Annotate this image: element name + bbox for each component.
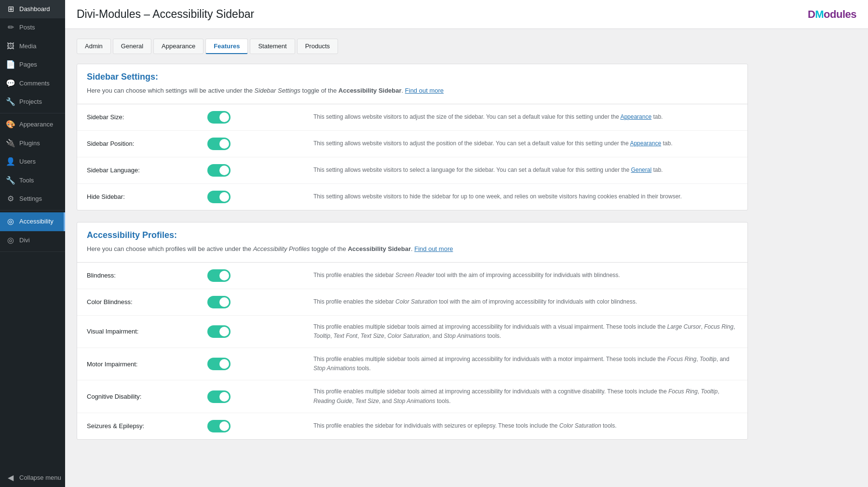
accessibility-profiles-find-more-link[interactable]: Find out more bbox=[414, 245, 453, 252]
toggle-wrapper-cognitive-disability[interactable] bbox=[207, 390, 304, 403]
toggle-motor-impairment[interactable] bbox=[207, 358, 231, 370]
sidebar-item-dashboard[interactable]: ⊞ Dashboard bbox=[0, 0, 65, 18]
posts-icon: ✏ bbox=[6, 22, 15, 33]
setting-help-cognitive-disability: This profile enables multiple sidebar to… bbox=[304, 387, 738, 405]
sidebar-item-plugins[interactable]: 🔌 Plugins bbox=[0, 134, 65, 153]
general-link-1[interactable]: General bbox=[631, 167, 651, 173]
toggle-blindness[interactable] bbox=[207, 269, 231, 282]
setting-row-blindness: Blindness: This profile enables the side… bbox=[77, 263, 747, 289]
toggle-wrapper-color-blindness[interactable] bbox=[207, 296, 304, 308]
setting-label-blindness: Blindness: bbox=[87, 272, 207, 279]
page-title: Divi-Modules – Accessibility Sidebar bbox=[77, 8, 254, 21]
content-area: Admin General Appearance Features Statem… bbox=[65, 29, 760, 461]
brand-suffix: odules bbox=[824, 8, 856, 20]
accessibility-profiles-desc: Here you can choose which profiles will … bbox=[87, 244, 738, 254]
toggle-wrapper-seizures-epilepsy[interactable] bbox=[207, 420, 304, 432]
sidebar-item-collapse[interactable]: ◀ Collapse menu bbox=[0, 469, 65, 487]
comments-icon: 💬 bbox=[6, 78, 15, 89]
sidebar-item-label: Plugins bbox=[19, 139, 40, 148]
appearance-link-2[interactable]: Appearance bbox=[630, 140, 661, 147]
toggle-thumb-seizures-epilepsy bbox=[219, 421, 229, 431]
toggle-wrapper-visual-impairment[interactable] bbox=[207, 325, 304, 338]
pages-icon: 📄 bbox=[6, 59, 15, 70]
tab-general[interactable]: General bbox=[113, 39, 151, 54]
setting-help-hide-sidebar: This setting allows website visitors to … bbox=[304, 192, 738, 201]
tab-products[interactable]: Products bbox=[297, 39, 338, 54]
sidebar-divider-2 bbox=[0, 210, 65, 210]
sidebar-item-comments[interactable]: 💬 Comments bbox=[0, 74, 65, 93]
setting-row-sidebar-position: Sidebar Position: This setting allows we… bbox=[77, 131, 747, 157]
toggle-wrapper-sidebar-language[interactable] bbox=[207, 164, 304, 177]
tabs: Admin General Appearance Features Statem… bbox=[77, 39, 748, 54]
setting-label-sidebar-size: Sidebar Size: bbox=[87, 113, 207, 121]
sidebar-item-pages[interactable]: 📄 Pages bbox=[0, 56, 65, 74]
toggle-visual-impairment[interactable] bbox=[207, 325, 231, 338]
setting-label-color-blindness: Color Blindness: bbox=[87, 298, 207, 306]
collapse-icon: ◀ bbox=[6, 473, 15, 483]
toggle-wrapper-sidebar-size[interactable] bbox=[207, 111, 304, 124]
sidebar-item-label: Comments bbox=[19, 79, 50, 88]
sidebar-item-divi[interactable]: ◎ Divi bbox=[0, 231, 65, 250]
sidebar-item-appearance[interactable]: 🎨 Appearance bbox=[0, 115, 65, 134]
toggle-thumb-sidebar-position bbox=[219, 139, 229, 149]
setting-row-color-blindness: Color Blindness: This profile enables th… bbox=[77, 289, 747, 316]
sidebar-item-projects[interactable]: 🔧 Projects bbox=[0, 93, 65, 111]
toggle-color-blindness[interactable] bbox=[207, 296, 231, 308]
toggle-cognitive-disability[interactable] bbox=[207, 390, 231, 403]
setting-help-sidebar-size: This setting allows website visitors to … bbox=[304, 112, 738, 122]
appearance-link-1[interactable]: Appearance bbox=[620, 113, 651, 120]
toggle-sidebar-language[interactable] bbox=[207, 164, 231, 177]
setting-help-blindness: This profile enables the sidebar Screen … bbox=[304, 271, 738, 280]
sidebar-item-label: Appearance bbox=[19, 120, 53, 129]
sidebar-settings-header: Sidebar Settings: Here you can choose wh… bbox=[77, 64, 747, 104]
brand-prefix: D bbox=[808, 8, 815, 20]
sidebar-item-label: Projects bbox=[19, 97, 42, 106]
toggle-hide-sidebar[interactable] bbox=[207, 191, 231, 203]
setting-row-cognitive-disability: Cognitive Disability: This profile enabl… bbox=[77, 380, 747, 413]
setting-label-sidebar-language: Sidebar Language: bbox=[87, 167, 207, 174]
sidebar-item-media[interactable]: 🖼 Media bbox=[0, 37, 65, 56]
toggle-seizures-epilepsy[interactable] bbox=[207, 420, 231, 432]
setting-label-seizures-epilepsy: Seizures & Epilepsy: bbox=[87, 422, 207, 430]
sidebar-item-users[interactable]: 👤 Users bbox=[0, 153, 65, 171]
sidebar-item-label: Users bbox=[19, 157, 36, 166]
projects-icon: 🔧 bbox=[6, 97, 15, 107]
toggle-thumb-color-blindness bbox=[219, 297, 229, 307]
accessibility-profiles-header: Accessibility Profiles: Here you can cho… bbox=[77, 223, 747, 263]
toggle-wrapper-hide-sidebar[interactable] bbox=[207, 191, 304, 203]
tab-features[interactable]: Features bbox=[205, 39, 248, 54]
toggle-wrapper-motor-impairment[interactable] bbox=[207, 358, 304, 370]
setting-help-visual-impairment: This profile enables multiple sidebar to… bbox=[304, 322, 738, 341]
sidebar-item-accessibility[interactable]: ◎ Accessibility bbox=[0, 212, 65, 231]
toggle-thumb-blindness bbox=[219, 271, 229, 280]
sidebar-item-tools[interactable]: 🔧 Tools bbox=[0, 171, 65, 190]
setting-label-visual-impairment: Visual Impairment: bbox=[87, 328, 207, 335]
setting-row-sidebar-size: Sidebar Size: This setting allows websit… bbox=[77, 104, 747, 131]
accessibility-icon: ◎ bbox=[6, 216, 15, 227]
toggle-thumb-visual-impairment bbox=[219, 327, 229, 336]
sidebar-item-settings[interactable]: ⚙ Settings bbox=[0, 190, 65, 208]
sidebar-settings-find-more-link[interactable]: Find out more bbox=[405, 87, 444, 94]
sidebar-item-label: Accessibility bbox=[19, 217, 54, 226]
divi-icon: ◎ bbox=[6, 235, 15, 246]
toggle-wrapper-blindness[interactable] bbox=[207, 269, 304, 282]
tab-appearance[interactable]: Appearance bbox=[153, 39, 203, 54]
page-header: Divi-Modules – Accessibility Sidebar DMo… bbox=[65, 0, 868, 29]
setting-row-motor-impairment: Motor Impairment: This profile enables m… bbox=[77, 348, 747, 380]
sidebar-settings-title: Sidebar Settings: bbox=[87, 72, 738, 82]
sidebar-divider bbox=[0, 113, 65, 113]
dashboard-icon: ⊞ bbox=[6, 4, 15, 14]
tab-admin[interactable]: Admin bbox=[77, 39, 111, 54]
sidebar: ⊞ Dashboard ✏ Posts 🖼 Media 📄 Pages 💬 Co… bbox=[0, 0, 65, 487]
toggle-thumb-sidebar-language bbox=[219, 166, 229, 175]
toggle-sidebar-size[interactable] bbox=[207, 111, 231, 124]
toggle-wrapper-sidebar-position[interactable] bbox=[207, 138, 304, 150]
users-icon: 👤 bbox=[6, 156, 15, 167]
toggle-sidebar-position[interactable] bbox=[207, 138, 231, 150]
media-icon: 🖼 bbox=[6, 41, 15, 52]
setting-row-hide-sidebar: Hide Sidebar: This setting allows websit… bbox=[77, 184, 747, 210]
toggle-thumb-sidebar-size bbox=[219, 112, 229, 122]
accessibility-profiles-title: Accessibility Profiles: bbox=[87, 230, 738, 240]
sidebar-item-posts[interactable]: ✏ Posts bbox=[0, 18, 65, 37]
tab-statement[interactable]: Statement bbox=[250, 39, 295, 54]
